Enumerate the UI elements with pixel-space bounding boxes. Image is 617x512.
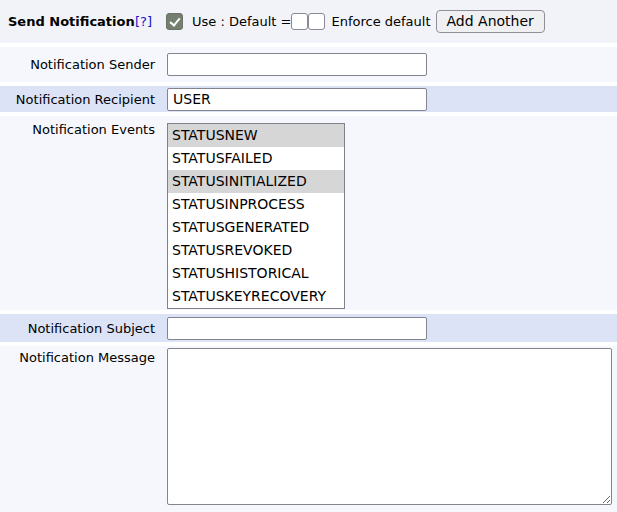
notification-subject-input[interactable] [167, 317, 427, 340]
event-option-statuskeyrecovery[interactable]: STATUSKEYRECOVERY [168, 285, 344, 308]
use-default-label: Use : Default = [192, 14, 291, 29]
send-notification-label-cell: Send Notification [?] [0, 0, 157, 43]
send-notification-form: Send Notification [?] Use : Default = En… [0, 0, 617, 512]
event-option-statusfailed[interactable]: STATUSFAILED [168, 147, 344, 170]
enforce-checkbox[interactable] [308, 13, 325, 30]
notification-message-textarea[interactable] [167, 348, 612, 505]
enforce-default-label: Enforce default [331, 14, 430, 29]
notification-sender-label: Notification Sender [0, 47, 157, 82]
event-option-statusnew[interactable]: STATUSNEW [168, 124, 344, 147]
add-another-button[interactable]: Add Another [436, 10, 545, 33]
event-option-statusinitialized[interactable]: STATUSINITIALIZED [168, 170, 344, 193]
default-checkbox[interactable] [291, 13, 308, 30]
row-notification-recipient: Notification Recipient [0, 86, 617, 112]
row-notification-events: Notification Events STATUSNEWSTATUSFAILE… [0, 116, 617, 310]
event-option-statusgenerated[interactable]: STATUSGENERATED [168, 216, 344, 239]
send-notification-controls: Use : Default = Enforce default Add Anot… [166, 0, 617, 43]
row-notification-message: Notification Message [0, 346, 617, 512]
notification-events-select[interactable]: STATUSNEWSTATUSFAILEDSTATUSINITIALIZEDST… [167, 123, 345, 309]
notification-recipient-label: Notification Recipient [0, 86, 157, 112]
event-option-statushistorical[interactable]: STATUSHISTORICAL [168, 262, 344, 285]
help-link[interactable]: [?] [135, 14, 152, 29]
row-notification-subject: Notification Subject [0, 314, 617, 342]
event-option-statusrevoked[interactable]: STATUSREVOKED [168, 239, 344, 262]
notification-subject-label: Notification Subject [0, 314, 157, 342]
section-title: Send Notification [8, 14, 135, 29]
row-notification-sender: Notification Sender [0, 47, 617, 82]
row-send-notification: Send Notification [?] Use : Default = En… [0, 0, 617, 43]
notification-recipient-input[interactable] [167, 88, 427, 111]
notification-message-label: Notification Message [0, 346, 157, 512]
notification-sender-input[interactable] [167, 53, 427, 76]
event-option-statusinprocess[interactable]: STATUSINPROCESS [168, 193, 344, 216]
notification-events-label: Notification Events [0, 116, 157, 310]
use-checkbox[interactable] [166, 13, 183, 30]
